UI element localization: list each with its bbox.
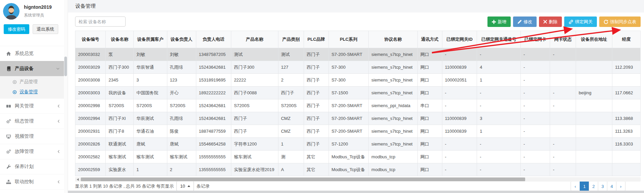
table-cell: 猴车测试 bbox=[106, 151, 134, 163]
table-cell: S7200S bbox=[278, 99, 304, 112]
pagination-page-3[interactable]: 3 bbox=[598, 181, 607, 191]
table-cell: 15546654258 bbox=[196, 138, 231, 151]
table-cell: - bbox=[520, 163, 550, 176]
edit-button[interactable]: 修改 bbox=[513, 17, 537, 27]
scroll-left-arrow-icon[interactable] bbox=[77, 178, 79, 181]
table-cell: 其它 bbox=[304, 151, 329, 163]
sidebar-item-message-notice[interactable]: 消息通知 bbox=[0, 189, 64, 193]
table-cell: 西门子 bbox=[304, 138, 329, 151]
table-cell: 实验室废水处理2019 bbox=[231, 163, 278, 176]
table-cell: 西门子 bbox=[304, 48, 329, 61]
table-row[interactable]: 200003032泵刘敏刘敏13487587205测试测试西门子S7-200-S… bbox=[75, 48, 641, 61]
table-cell: 华辰测试 bbox=[134, 112, 167, 125]
x-icon bbox=[543, 20, 547, 24]
logout-button[interactable]: 退出系统 bbox=[33, 24, 58, 34]
sidebar-scrollbar-thumb[interactable] bbox=[64, 57, 67, 76]
table-row[interactable]: 200002931西门子8华通石油陈俊18874877559西门子CMZ西门子S… bbox=[75, 125, 641, 138]
table-row[interactable]: 2000030082345312315318919695222222西门子S7-… bbox=[75, 74, 641, 87]
table-row[interactable]: 200003003我的设备中国国务院开心18922222222西门子0088西门… bbox=[75, 87, 641, 99]
delete-button[interactable]: 删除 bbox=[539, 17, 562, 27]
table-cell: 200003029 bbox=[75, 61, 106, 74]
table-cell: Modbus_Tcp设备 bbox=[329, 151, 369, 163]
table-cell: siemens_s7tcp_hinet bbox=[369, 48, 417, 61]
chevron-left-icon bbox=[58, 150, 60, 153]
force-sync-points-button[interactable]: 强制同步点表 bbox=[599, 17, 641, 27]
table-cell: - bbox=[550, 138, 576, 151]
table-cell: 刘敏 bbox=[167, 48, 196, 61]
table-cell: S7200S bbox=[106, 99, 134, 112]
table-cell bbox=[576, 125, 612, 138]
table-cell: 西门子 bbox=[304, 99, 329, 112]
user-card: hignton2019 系统管理员 bbox=[0, 0, 64, 20]
search-input[interactable] bbox=[75, 17, 126, 27]
table-cell: 孔雨绵 bbox=[167, 61, 196, 74]
sidebar-item-scada-management[interactable]: 组态管理 bbox=[0, 114, 64, 129]
table-cell: CMZ bbox=[278, 112, 304, 125]
device-table-wrap: 设备编号设备名称设备所属客户设备负责人负责人电话产品名称产品类别PLC品牌PLC… bbox=[75, 31, 641, 176]
table-row[interactable]: 200002582猴车测试猴车测试猴车测试15555555555猴车测试测其它M… bbox=[75, 151, 641, 163]
pagination: ‹1234› bbox=[571, 181, 625, 191]
sidebar-item-product-management[interactable]: 产品管理 bbox=[0, 77, 64, 87]
sidebar-item-video-management[interactable]: 视频管理 bbox=[0, 129, 64, 144]
sidebar-item-fault-management[interactable]: 故障管理 bbox=[0, 144, 64, 159]
table-cell bbox=[576, 112, 612, 125]
sidebar-scrollbar[interactable] bbox=[64, 0, 68, 193]
pagination-page-1[interactable]: 1 bbox=[580, 181, 589, 191]
toolbar-buttons: 新增修改删除绑定网关强制同步点表 bbox=[485, 17, 641, 27]
horizontal-scrollbar[interactable] bbox=[75, 177, 641, 182]
table-footer: 显示第 1 到第 10 条记录 , 总共 35 条记录 每页显示 10 条记录 … bbox=[75, 182, 641, 191]
table-row[interactable]: 200002994西门子XI华辰测试孔雨绵15243642681西门子CMZ西门… bbox=[75, 112, 641, 125]
pagination-page-4[interactable]: 4 bbox=[607, 181, 616, 191]
table-cell: - bbox=[442, 48, 477, 61]
table-cell: - bbox=[442, 87, 477, 99]
table-cell bbox=[576, 151, 612, 163]
username: hignton2019 bbox=[24, 4, 52, 10]
table-cell: - bbox=[477, 138, 521, 151]
chevron-left-icon bbox=[58, 104, 60, 108]
page-size-dropdown[interactable]: 10 bbox=[176, 181, 194, 191]
table-row[interactable]: 200002998S7200SS7200SS7200S15243642681S7… bbox=[75, 99, 641, 112]
table-cell: 112.2093 bbox=[612, 61, 641, 74]
column-header: 产品名称 bbox=[231, 31, 278, 48]
table-cell: 猴车测试 bbox=[231, 151, 278, 163]
table-cell: S7-1200 bbox=[329, 138, 369, 151]
table-row[interactable]: 200002826联通测试唐斌唐斌15546654258字符串12001西门子S… bbox=[75, 138, 641, 151]
table-cell bbox=[612, 163, 641, 176]
page-size-value: 10 bbox=[180, 184, 185, 189]
table-cell: - bbox=[442, 151, 477, 163]
table-cell: siemens_ppi_hidata bbox=[369, 99, 417, 112]
table-cell: modbus_tcp bbox=[369, 163, 417, 176]
sidebar-item-product-device[interactable]: 产品设备 bbox=[0, 61, 64, 76]
table-cell: CMZ bbox=[278, 125, 304, 138]
sidebar-item-device-management[interactable]: 设备管理 bbox=[0, 87, 64, 97]
table-cell: S7200S bbox=[231, 99, 278, 112]
sidebar-item-linkage-control[interactable]: 联动控制 bbox=[0, 174, 64, 189]
sidebar-item-maintenance-plan[interactable]: 保养计划 bbox=[0, 159, 64, 174]
pagination-page-2[interactable]: 2 bbox=[589, 181, 598, 191]
table-cell bbox=[576, 74, 612, 87]
chevron-left-icon bbox=[58, 180, 60, 184]
table-cell: 西门子 bbox=[231, 125, 278, 138]
table-cell: 唐斌 bbox=[167, 138, 196, 151]
table-cell: 陈俊 bbox=[167, 125, 196, 138]
table-cell: 3 bbox=[477, 112, 521, 125]
pagination-prev[interactable]: ‹ bbox=[571, 181, 580, 191]
chevron-down-icon bbox=[56, 68, 60, 70]
pagination-next[interactable]: › bbox=[616, 181, 625, 191]
change-password-button[interactable]: 修改密码 bbox=[4, 24, 29, 34]
column-header: 设备编号 bbox=[75, 31, 106, 48]
sidebar-item-system-overview[interactable]: 系统总览 bbox=[0, 46, 64, 61]
horizontal-scrollbar-thumb[interactable] bbox=[81, 178, 525, 181]
content-header: 设备管理 bbox=[68, 0, 644, 12]
column-header: 设备负责人 bbox=[167, 31, 196, 48]
add-button[interactable]: 新增 bbox=[487, 17, 511, 27]
bind-gateway-button[interactable]: 绑定网关 bbox=[564, 17, 597, 27]
table-cell: 100002051 bbox=[442, 74, 477, 87]
chevron-left-icon bbox=[58, 120, 60, 123]
table-row[interactable]: 200002559实验废水1213555555555实验室废水处理2019A其它… bbox=[75, 163, 641, 176]
sidebar-item-gateway-management[interactable]: 网关管理 bbox=[0, 98, 64, 114]
table-cell: 西门子 bbox=[278, 87, 304, 99]
table-cell: 我的设备 bbox=[106, 87, 134, 99]
table-cell bbox=[550, 61, 576, 74]
table-row[interactable]: 200003029西门子300华辰智通孔雨绵15243642681西门子3001… bbox=[75, 61, 641, 74]
